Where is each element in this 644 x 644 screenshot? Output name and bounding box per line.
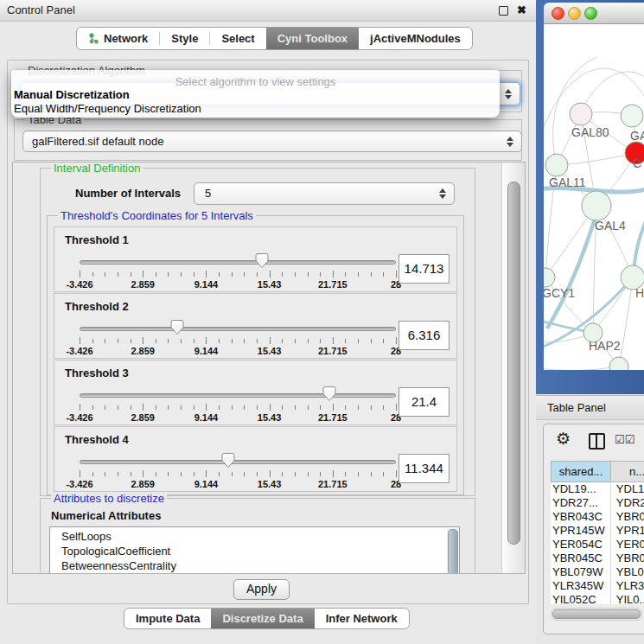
threshold-slider[interactable]: -3.4262.8599.14415.4321.71528 [80, 383, 396, 423]
tick-mark [308, 339, 309, 343]
scale-label: -3.426 [66, 412, 92, 423]
float-window-icon[interactable] [499, 6, 508, 16]
cell-name: YBL0... [611, 565, 644, 579]
slider-scale: -3.4262.8599.14415.4321.71528 [80, 412, 396, 423]
threshold-value-field[interactable]: 11.344 [399, 454, 450, 483]
cell-name: YBR0... [611, 510, 644, 524]
slider-track[interactable] [80, 460, 396, 464]
cell-name: YIL0... [611, 593, 644, 604]
slider-thumb[interactable] [322, 386, 336, 402]
attribute-list-item[interactable]: SelfLoops [50, 529, 459, 544]
network-canvas-container: GAL80GACGAL11GAL4GCY1HHAP2 [544, 24, 644, 370]
tick-mark [371, 472, 372, 476]
column-selector-icon[interactable] [589, 433, 605, 450]
threshold-value-field[interactable]: 21.4 [399, 387, 450, 417]
tab-jactivemnodules[interactable]: jActiveMNodules [359, 28, 472, 49]
bottom-tab-infer-network[interactable]: Infer Network [315, 609, 409, 628]
algorithm-dropdown-popup: Select algorithm to view settings Manual… [11, 70, 500, 118]
table-row[interactable]: YBL079WYBL0... [551, 565, 644, 579]
table-row[interactable]: YDR27...YDR2... [551, 496, 644, 510]
combo-spinner-icon [505, 89, 513, 99]
threshold-slider[interactable]: -3.4262.8599.14415.4321.71528 [80, 450, 396, 489]
scale-label: 15.43 [258, 346, 282, 356]
table-row[interactable]: YLR345WYLR3... [551, 579, 644, 593]
select-columns-icon[interactable]: ☑☑ [615, 433, 634, 446]
table-row[interactable]: YBR043CYBR0... [551, 510, 644, 524]
algorithm-option-equal-width-frequency-discretization[interactable]: Equal Width/Frequency Discretization [11, 102, 500, 116]
tick-mark [295, 472, 296, 476]
mac-minimize-icon[interactable] [568, 7, 581, 20]
mac-close-icon[interactable] [552, 7, 564, 20]
attributes-list-scrollbar[interactable] [447, 528, 458, 574]
slider-track[interactable] [80, 393, 396, 398]
table-row[interactable]: YPR145WYPR1... [551, 524, 644, 538]
cell-shared-name: YER054C [551, 538, 611, 552]
number-of-intervals-combo[interactable]: 5 [194, 182, 455, 205]
scrollbar-thumb[interactable] [552, 609, 641, 619]
tick-mark [232, 405, 233, 410]
column-header-2[interactable]: n... [610, 461, 644, 482]
network-node-gal4[interactable] [582, 191, 611, 220]
tick-mark [194, 272, 194, 277]
tab-cyni-toolbox[interactable]: Cyni Toolbox [266, 28, 359, 49]
table-row[interactable]: YER054CYER0... [551, 538, 644, 552]
tick-mark [371, 405, 372, 410]
thresholds-group: Threshold's Coordinates for 5 Intervals … [47, 215, 464, 495]
mac-zoom-icon[interactable] [584, 7, 597, 20]
algorithm-option-manual-discretization[interactable]: Manual Discretization [11, 88, 500, 102]
tab-network[interactable]: Network [77, 28, 159, 49]
tick-mark [282, 405, 283, 410]
network-edge[interactable] [557, 153, 636, 165]
network-node-label: GAL80 [571, 125, 609, 139]
gear-icon[interactable]: ⚙ [556, 429, 571, 449]
slider-thumb[interactable] [170, 319, 184, 335]
close-icon[interactable]: ✖ [517, 3, 526, 16]
thresholds-group-title: Threshold's Coordinates for 5 Intervals [58, 209, 256, 222]
network-canvas[interactable]: GAL80GACGAL11GAL4GCY1HHAP2 [544, 24, 644, 370]
attribute-list-item[interactable]: BetweennessCentrality [50, 558, 459, 573]
threshold-slider[interactable]: -3.4262.8599.14415.4321.71528 [80, 250, 396, 290]
combo-spinner-icon [507, 137, 515, 147]
slider-thumb[interactable] [255, 252, 269, 269]
attribute-list-item[interactable]: TopologicalCoefficient [50, 544, 459, 558]
desktop: Control Panel ✖ NetworkStyleSelectCyni T… [0, 0, 644, 644]
apply-button[interactable]: Apply [233, 579, 290, 600]
slider-ticks [80, 404, 396, 411]
network-node-gal11[interactable] [545, 154, 568, 176]
bottom-tab-discretize-data[interactable]: Discretize Data [211, 609, 314, 628]
threshold-value-field[interactable]: 6.316 [399, 321, 450, 350]
network-node-gcy1[interactable] [544, 268, 555, 287]
network-edge[interactable] [547, 207, 598, 328]
tick-mark [308, 272, 309, 277]
scrollbar-thumb[interactable] [507, 182, 520, 545]
scale-label: -3.426 [66, 279, 92, 290]
tick-mark [206, 404, 207, 411]
network-node-label: GAL4 [595, 219, 626, 233]
column-header-1[interactable]: shared... [551, 461, 611, 482]
threshold-slider[interactable]: -3.4262.8599.14415.4321.71528 [80, 316, 396, 356]
slider-ticks [80, 337, 396, 345]
tab-select[interactable]: Select [210, 28, 265, 49]
horizontal-scrollbar[interactable] [551, 608, 642, 621]
network-node[interactable] [609, 357, 628, 370]
tick-mark [131, 405, 131, 410]
network-node-gal80[interactable] [570, 103, 592, 125]
table-row[interactable]: YBR045CYBR0... [551, 552, 644, 565]
bottom-tab-impute-data[interactable]: Impute Data [124, 609, 211, 628]
table-row[interactable]: YIL052CYIL0... [551, 593, 644, 604]
slider-track[interactable] [80, 260, 396, 265]
threshold-value-field[interactable]: 14.713 [399, 254, 450, 284]
vertical-scrollbar[interactable] [501, 163, 525, 573]
table-row[interactable]: YDL19...YDL1... [551, 482, 644, 496]
network-edge[interactable] [544, 367, 619, 370]
table-data-combo[interactable]: galFiltered.sif default node [22, 131, 522, 152]
tab-style[interactable]: Style [160, 28, 209, 49]
tick-mark [345, 339, 346, 343]
attributes-group: Attributes to discretize Numerical Attri… [40, 498, 475, 574]
slider-track[interactable] [80, 327, 396, 331]
slider-thumb[interactable] [221, 452, 235, 469]
network-node-ga[interactable] [621, 105, 643, 127]
slider-scale: -3.4262.8599.14415.4321.71528 [80, 279, 396, 290]
tick-mark [131, 339, 131, 343]
scrollbar-thumb[interactable] [448, 529, 458, 574]
